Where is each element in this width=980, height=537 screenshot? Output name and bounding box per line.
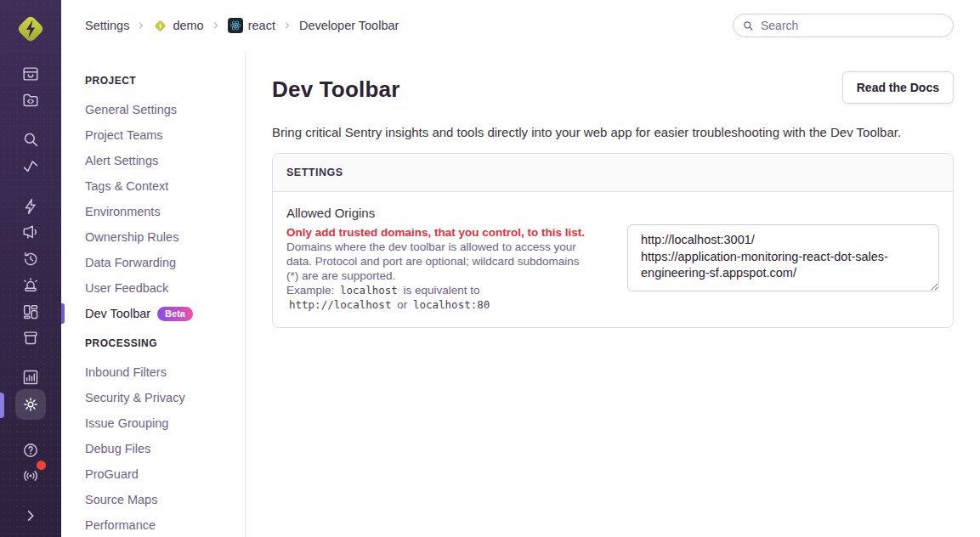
example-or: or [397,298,407,311]
projects-code-icon[interactable] [15,85,46,116]
breadcrumb-project[interactable]: react [228,18,275,33]
subnav-item-general-settings[interactable]: General Settings [61,97,245,122]
search-input[interactable] [733,14,954,37]
main-content: Dev Toolbar Read the Docs Bring critical… [246,51,980,537]
subnav-item-label: Inbound Filters [85,365,167,379]
subnav-item-dev-toolbar[interactable]: Dev Toolbar Beta [61,301,245,326]
subnav-item-project-teams[interactable]: Project Teams [61,122,245,148]
allowed-origins-warning: Only add trusted domains, that you contr… [286,225,586,240]
subnav-active-indicator [61,303,65,324]
org-logo[interactable] [14,12,48,46]
search-explore-icon[interactable] [15,124,46,155]
search-icon [742,20,754,31]
page-description: Bring critical Sentry insights and tools… [272,125,954,139]
chevron-right-icon [211,20,221,31]
breadcrumb: Settings demo react Developer Toolbar [85,18,399,33]
allowed-origins-help: Domains where the dev toolbar is allowed… [286,240,586,312]
stats-chart-icon[interactable] [15,362,46,393]
subnav-item-data-forwarding[interactable]: Data Forwarding [61,250,245,275]
subnav-item-debug-files[interactable]: Debug Files [61,436,245,461]
settings-subnav: PROJECT General Settings Project Teams A… [61,51,246,537]
breadcrumb-project-label: react [248,19,275,32]
subnav-section-project: PROJECT [61,75,245,87]
topbar: Settings demo react Developer Toolbar [61,0,980,51]
notification-dot [37,461,46,470]
subnav-item-source-maps[interactable]: Source Maps [61,487,245,512]
subnav-item-label: Issue Grouping [85,416,168,430]
subnav-item-performance[interactable]: Performance [61,512,245,537]
breadcrumb-page-label: Developer Toolbar [299,19,399,32]
subnav-section-processing: PROCESSING [61,337,245,349]
releases-box-icon[interactable] [15,323,46,353]
rail-active-indicator [0,393,4,418]
example-code: localhost [340,284,398,297]
subnav-item-inbound-filters[interactable]: Inbound Filters [61,359,245,385]
subnav-item-label: Dev Toolbar [85,307,150,320]
chevron-right-icon [282,20,292,31]
search-container [733,14,954,37]
broadcast-icon[interactable] [15,461,46,491]
subnav-item-security-privacy[interactable]: Security & Privacy [61,385,245,410]
subnav-item-label: Ownership Rules [85,230,178,244]
example-prefix: Example: [286,284,334,297]
breadcrumb-settings-label: Settings [85,19,129,32]
breadcrumb-settings[interactable]: Settings [85,19,129,32]
subnav-item-label: Data Forwarding [85,256,176,269]
settings-panel-header: SETTINGS [273,154,953,192]
settings-panel: SETTINGS Allowed Origins Only add truste… [272,153,954,328]
read-the-docs-button[interactable]: Read the Docs [842,71,954,104]
subnav-item-issue-grouping[interactable]: Issue Grouping [61,410,245,436]
react-logo-icon [228,18,243,33]
subnav-item-label: Source Maps [85,493,157,506]
subnav-item-label: Alert Settings [85,154,158,167]
settings-gear-icon[interactable] [15,389,46,420]
subnav-item-ownership-rules[interactable]: Ownership Rules [61,224,245,250]
subnav-item-label: Debug Files [85,442,150,455]
subnav-item-label: Tags & Context [85,179,168,193]
beta-badge: Beta [157,307,193,321]
example-code: http://localhost [289,298,391,311]
subnav-item-label: General Settings [85,103,177,116]
collapse-chevron-icon[interactable] [15,500,46,531]
subnav-item-user-feedback[interactable]: User Feedback [61,275,245,301]
help-text: Domains where the dev toolbar is allowed… [286,240,579,282]
subnav-item-environments[interactable]: Environments [61,199,245,224]
trace-pulse-icon[interactable] [15,151,46,182]
example-mid: is equivalent to [404,284,480,297]
subnav-item-tags-context[interactable]: Tags & Context [61,173,245,199]
subnav-item-label: ProGuard [85,467,139,481]
sidebar-rail [0,0,61,537]
breadcrumb-org-label: demo [173,19,203,32]
subnav-item-label: Environments [85,205,161,218]
subnav-item-label: User Feedback [85,281,168,295]
org-avatar-icon [153,19,167,33]
chevron-right-icon [136,20,146,31]
allowed-origins-textarea[interactable]: http://localhost:3001/ https://applicati… [627,224,939,291]
subnav-item-proguard[interactable]: ProGuard [61,461,245,487]
megaphone-icon[interactable] [15,217,46,247]
subnav-item-label: Performance [85,518,156,532]
subnav-item-alert-settings[interactable]: Alert Settings [61,148,245,173]
example-code: localhost:80 [413,298,490,311]
breadcrumb-page: Developer Toolbar [299,19,399,32]
allowed-origins-label: Allowed Origins [286,206,586,220]
subnav-item-label: Project Teams [85,128,163,142]
page-title: Dev Toolbar [272,76,400,103]
subnav-item-label: Security & Privacy [85,391,185,404]
breadcrumb-org[interactable]: demo [153,19,203,33]
